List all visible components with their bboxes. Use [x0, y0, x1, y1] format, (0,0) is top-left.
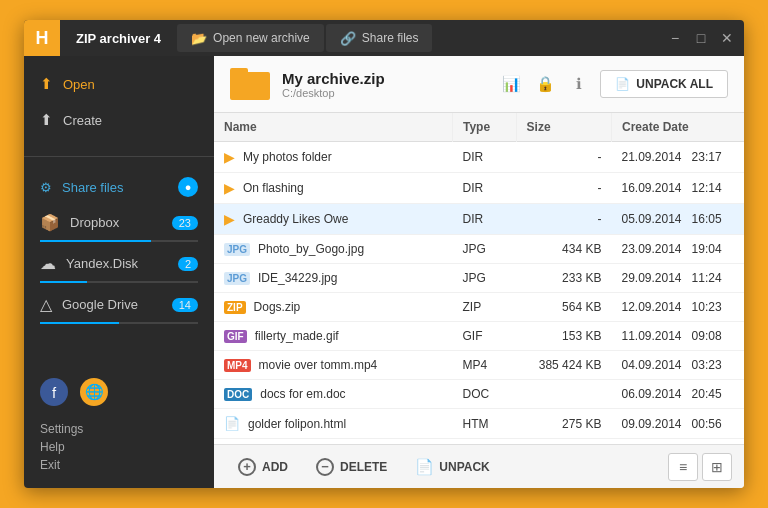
minimize-button[interactable]: − — [666, 29, 684, 47]
file-date-cell: 23.09.2014 19:04 — [611, 235, 744, 264]
help-link[interactable]: Help — [40, 440, 198, 454]
folder-open-icon: 📂 — [191, 31, 207, 46]
file-type-icon: DOC — [224, 387, 252, 401]
archive-tools: 📊 🔒 ℹ 📄 UNPACK ALL — [498, 70, 728, 98]
col-header-type: Type — [453, 113, 517, 142]
sidebar-item-create[interactable]: ⬆ Create — [24, 102, 214, 138]
file-name: docs for em.doc — [260, 387, 345, 401]
col-header-size: Size — [516, 113, 611, 142]
file-table: Name Type Size Create Date ▶ My photos f… — [214, 113, 744, 439]
dropbox-progress-bar — [40, 240, 198, 242]
file-type-icon: ▶ — [224, 149, 235, 165]
file-type-cell: DIR — [453, 173, 517, 204]
facebook-icon[interactable]: f — [40, 378, 68, 406]
file-date-cell: 05.09.2014 16:05 — [611, 204, 744, 235]
file-name: movie over tomm.mp4 — [259, 358, 378, 372]
main-layout: ⬆ Open ⬆ Create ⚙ Share files ● 📦 Dropbo… — [24, 56, 744, 488]
table-row[interactable]: ▶ Greaddy Likes Owe DIR - 05.09.2014 16:… — [214, 204, 744, 235]
file-date-cell: 12.09.2014 10:23 — [611, 293, 744, 322]
file-name-cell: 📄 golder folipon.html — [214, 409, 453, 439]
gdrive-icon: △ — [40, 295, 52, 314]
file-name-cell: GIF fillerty_made.gif — [214, 322, 453, 351]
file-name-cell: ▶ Greaddy Likes Owe — [214, 204, 453, 235]
table-row[interactable]: ZIP Dogs.zip ZIP 564 KB 12.09.2014 10:23 — [214, 293, 744, 322]
table-row[interactable]: 📄 golder folipon.html HTM 275 KB 09.09.2… — [214, 409, 744, 439]
view-buttons: ≡ ⊞ — [668, 453, 732, 481]
title-bar-actions: 📂 Open new archive 🔗 Share files — [177, 24, 666, 52]
sidebar-social: f 🌐 — [40, 368, 198, 416]
close-button[interactable]: ✕ — [718, 29, 736, 47]
table-row[interactable]: ▶ On flashing DIR - 16.09.2014 12:14 — [214, 173, 744, 204]
file-name-cell: DOC docs for em.doc — [214, 380, 453, 409]
delete-icon: − — [316, 458, 334, 476]
sidebar-item-share-files[interactable]: ⚙ Share files ● — [24, 169, 214, 205]
file-type-icon: MP4 — [224, 358, 251, 372]
file-date-cell: 16.09.2014 12:14 — [611, 173, 744, 204]
file-table-container[interactable]: Name Type Size Create Date ▶ My photos f… — [214, 113, 744, 444]
file-date-cell: 06.09.2014 20:45 — [611, 380, 744, 409]
share-files-badge: ● — [178, 177, 198, 197]
file-size-cell: - — [516, 142, 611, 173]
file-size-cell: 153 KB — [516, 322, 611, 351]
file-type-icon: ZIP — [224, 300, 246, 314]
sidebar-top: ⬆ Open ⬆ Create — [24, 56, 214, 148]
maximize-button[interactable]: □ — [692, 29, 710, 47]
file-name: Photo_by_Gogo.jpg — [258, 242, 364, 256]
sidebar-item-open[interactable]: ⬆ Open — [24, 66, 214, 102]
file-type-cell: MP4 — [453, 351, 517, 380]
app-title: ZIP archiver 4 — [60, 31, 177, 46]
archive-name: My archive.zip — [282, 70, 486, 87]
file-date-cell: 29.09.2014 11:24 — [611, 264, 744, 293]
grid-view-button[interactable]: ⊞ — [702, 453, 732, 481]
table-row[interactable]: DOC docs for em.doc DOC 06.09.2014 20:45 — [214, 380, 744, 409]
col-header-date: Create Date — [611, 113, 744, 142]
open-new-archive-button[interactable]: 📂 Open new archive — [177, 24, 324, 52]
table-row[interactable]: JPG IDE_34229.jpg JPG 233 KB 29.09.2014 … — [214, 264, 744, 293]
lock-icon[interactable]: 🔒 — [532, 71, 558, 97]
table-row[interactable]: ▶ My photos folder DIR - 21.09.2014 23:1… — [214, 142, 744, 173]
upload-icon: ⬆ — [40, 75, 53, 93]
settings-link[interactable]: Settings — [40, 422, 198, 436]
file-type-cell: DOC — [453, 380, 517, 409]
sidebar-item-yandex[interactable]: ☁ Yandex.Disk 2 — [24, 246, 214, 281]
file-name-cell: ZIP Dogs.zip — [214, 293, 453, 322]
table-row[interactable]: GIF fillerty_made.gif GIF 153 KB 11.09.2… — [214, 322, 744, 351]
info-icon[interactable]: ℹ — [566, 71, 592, 97]
file-size-cell: 434 KB — [516, 235, 611, 264]
sidebar-bottom: f 🌐 Settings Help Exit — [24, 358, 214, 488]
archive-folder-icon — [230, 68, 270, 100]
file-type-icon: JPG — [224, 271, 250, 285]
share-files-button[interactable]: 🔗 Share files — [326, 24, 433, 52]
file-name: IDE_34229.jpg — [258, 271, 337, 285]
file-type-cell: DIR — [453, 204, 517, 235]
file-type-cell: ZIP — [453, 293, 517, 322]
delete-button[interactable]: − DELETE — [304, 452, 399, 482]
sidebar-cloud-section: ⚙ Share files ● 📦 Dropbox 23 ☁ Yandex.Di… — [24, 165, 214, 332]
exit-link[interactable]: Exit — [40, 458, 198, 472]
unpack-button[interactable]: 📄 UNPACK — [403, 452, 501, 482]
bottom-toolbar: + ADD − DELETE 📄 UNPACK ≡ ⊞ — [214, 444, 744, 488]
file-date-cell: 04.09.2014 03:23 — [611, 351, 744, 380]
app-window: H ZIP archiver 4 📂 Open new archive 🔗 Sh… — [24, 20, 744, 488]
web-icon[interactable]: 🌐 — [80, 378, 108, 406]
unpack-icon-sm: 📄 — [415, 458, 433, 476]
dropbox-progress-fill — [40, 240, 151, 242]
file-name-cell: JPG IDE_34229.jpg — [214, 264, 453, 293]
dropbox-icon: 📦 — [40, 213, 60, 232]
sidebar-item-gdrive[interactable]: △ Google Drive 14 — [24, 287, 214, 322]
stats-icon[interactable]: 📊 — [498, 71, 524, 97]
file-date-cell: 09.09.2014 00:56 — [611, 409, 744, 439]
table-row[interactable]: JPG Photo_by_Gogo.jpg JPG 434 KB 23.09.2… — [214, 235, 744, 264]
file-size-cell: - — [516, 173, 611, 204]
unpack-icon: 📄 — [615, 77, 630, 91]
unpack-all-button[interactable]: 📄 UNPACK ALL — [600, 70, 728, 98]
file-name: Greaddy Likes Owe — [243, 212, 348, 226]
list-view-button[interactable]: ≡ — [668, 453, 698, 481]
sidebar-item-dropbox[interactable]: 📦 Dropbox 23 — [24, 205, 214, 240]
file-name: Dogs.zip — [254, 300, 301, 314]
archive-header: My archive.zip C:/desktop 📊 🔒 ℹ 📄 UNPACK… — [214, 56, 744, 113]
archive-info: My archive.zip C:/desktop — [282, 70, 486, 99]
add-button[interactable]: + ADD — [226, 452, 300, 482]
table-row[interactable]: MP4 movie over tomm.mp4 MP4 385 424 KB 0… — [214, 351, 744, 380]
file-name: golder folipon.html — [248, 417, 346, 431]
